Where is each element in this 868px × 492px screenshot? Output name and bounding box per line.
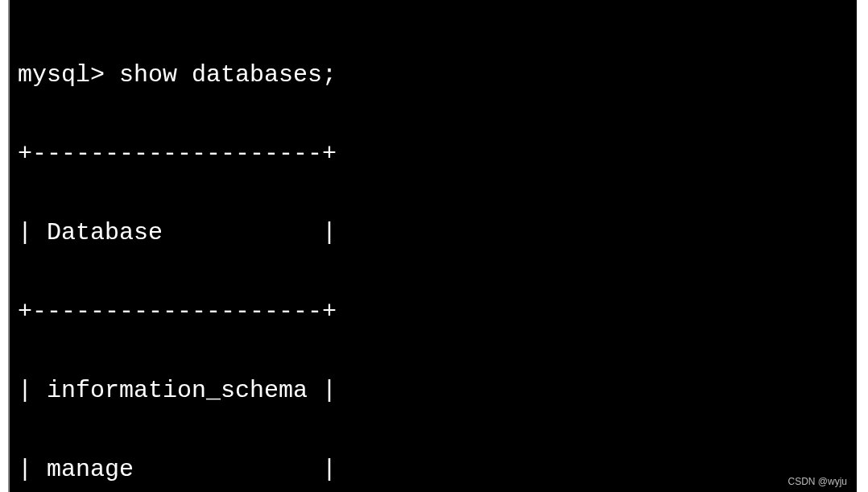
cell-open: | [18,456,47,483]
terminal-output: mysql> show databases; +----------------… [10,0,857,492]
cell-close: | [134,456,337,483]
column-name: Database [47,219,163,246]
table-header-row: | Database | [18,213,849,253]
database-name: manage [47,456,134,483]
cell-open: | [18,377,47,404]
prompt: mysql> [18,61,119,89]
table-row: | information_schema | [18,371,849,411]
cell-close: | [163,219,337,246]
table-border-mid: +--------------------+ [18,292,849,332]
cell-open: | [18,219,47,246]
cell-close: | [308,377,337,404]
table-border-top: +--------------------+ [18,134,849,174]
watermark: CSDN @wyju [787,476,847,487]
command-line: mysql> show databases; [18,56,849,95]
database-name: information_schema [47,377,308,404]
command: show databases; [119,61,337,89]
table-row: | manage | [18,450,849,490]
terminal-window: mysql> show databases; +----------------… [8,0,857,492]
